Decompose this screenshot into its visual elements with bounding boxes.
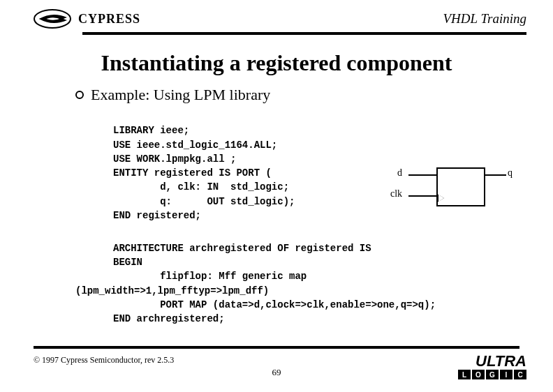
header-rule	[82, 32, 526, 35]
code-arch-block: ARCHITECTURE archregistered OF registere…	[75, 227, 553, 326]
footer-rule	[34, 346, 519, 349]
wire-q	[485, 174, 506, 176]
code-line: q: OUT std_logic);	[113, 196, 295, 207]
logic-letter: L	[458, 370, 471, 379]
label-d: d	[397, 167, 402, 179]
course-title: VHDL Training	[443, 11, 527, 27]
code-line: END archregistered;	[75, 312, 225, 326]
page-number: 69	[272, 367, 281, 378]
label-clk: clk	[390, 188, 402, 199]
cypress-logo: CYPRESS	[34, 8, 140, 29]
logic-letter: C	[514, 370, 526, 379]
code-line: ENTITY registered IS PORT (	[113, 167, 272, 179]
logic-letter: G	[486, 370, 499, 379]
code-line: LIBRARY ieee;	[113, 125, 189, 136]
logic-letter: O	[472, 370, 485, 379]
bullet-item: Example: Using LPM library	[75, 86, 553, 104]
code-line: (lpm_width=>1,lpm_fftyp=>lpm_dff)	[75, 285, 269, 296]
code-line: END registered;	[113, 210, 201, 221]
ultra-text: ULTRA	[458, 354, 526, 368]
slide-header: CYPRESS VHDL Training	[0, 0, 553, 29]
bullet-text: Example: Using LPM library	[91, 86, 270, 104]
wire-clk	[408, 195, 436, 197]
code-line: USE WORK.lpmpkg.all ;	[113, 153, 236, 165]
slide-title: Instantiating a registered component	[0, 50, 553, 76]
code-line: flipflop: Mff generic map	[75, 269, 307, 283]
code-line: PORT MAP (data=>d,clock=>clk,enable=>one…	[75, 298, 436, 312]
flipflop-box-icon	[436, 167, 485, 206]
logic-boxes: L O G I C	[458, 370, 526, 379]
ultra-logic-logo: ULTRA L O G I C	[458, 354, 526, 379]
code-line: USE ieee.std_logic_1164.ALL;	[113, 140, 277, 151]
label-q: q	[508, 167, 513, 179]
bullet-icon	[75, 91, 84, 99]
code-line: ARCHITECTURE archregistered OF registere…	[75, 241, 371, 255]
code-line: BEGIN	[75, 255, 142, 269]
wire-d	[408, 174, 436, 176]
flipflop-diagram: d clk q	[395, 167, 513, 216]
brand-text: CYPRESS	[78, 12, 140, 27]
logic-letter: I	[500, 370, 513, 379]
cypress-swoosh-icon	[34, 8, 74, 29]
copyright: © 1997 Cypress Semiconductor, rev 2.5.3	[34, 355, 174, 365]
code-line: d, clk: IN std_logic;	[113, 181, 289, 193]
